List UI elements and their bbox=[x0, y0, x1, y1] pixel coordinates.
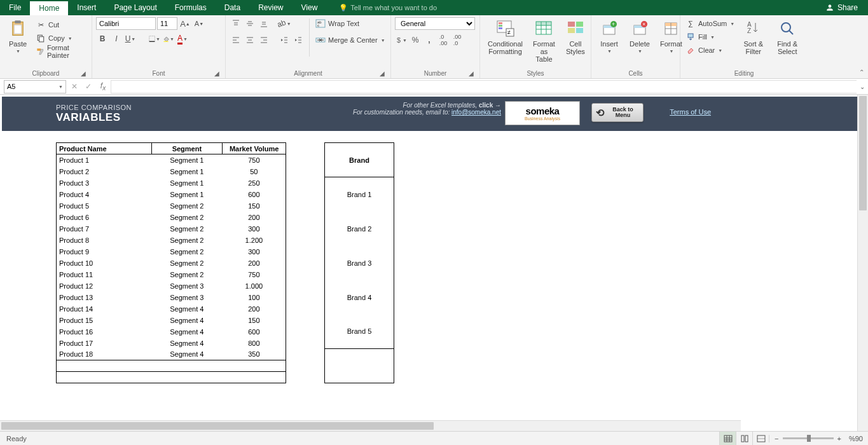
cell[interactable]: Segment 2 bbox=[151, 257, 223, 269]
clear-button[interactable]: Clear▼ bbox=[684, 44, 736, 57]
cell[interactable]: Segment 1 bbox=[151, 166, 223, 177]
terms-link[interactable]: Terms of Use bbox=[670, 108, 711, 116]
increase-indent-button[interactable] bbox=[292, 34, 305, 46]
table-row[interactable]: Product 16Segment 4600 bbox=[57, 326, 286, 338]
cell[interactable]: 300 bbox=[223, 246, 286, 257]
cell[interactable]: 300 bbox=[223, 223, 286, 235]
table-row[interactable]: Product 13Segment 3100 bbox=[57, 292, 286, 303]
format-painter-button[interactable]: Format Painter bbox=[34, 45, 88, 58]
cell[interactable]: Brand 4 bbox=[325, 280, 394, 315]
cut-button[interactable]: ✂Cut bbox=[34, 18, 88, 31]
cell[interactable]: Product 18 bbox=[57, 349, 152, 360]
page-layout-view-button[interactable] bbox=[736, 432, 752, 446]
cell[interactable]: 800 bbox=[223, 338, 286, 349]
email-link[interactable]: info@someka.net bbox=[451, 109, 501, 116]
table-row[interactable]: Product 3Segment 1250 bbox=[57, 177, 286, 189]
cell[interactable]: 350 bbox=[223, 349, 286, 360]
cell[interactable]: 100 bbox=[223, 292, 286, 303]
accounting-format-button[interactable]: $▼ bbox=[395, 34, 408, 46]
cell[interactable]: 600 bbox=[223, 326, 286, 338]
cell[interactable]: 50 bbox=[223, 166, 286, 177]
sort-filter-button[interactable]: AZSort & Filter bbox=[738, 17, 768, 57]
tab-review[interactable]: Review bbox=[249, 0, 292, 15]
table-row[interactable]: Product 18Segment 4350 bbox=[57, 349, 286, 360]
bold-button[interactable]: B bbox=[96, 32, 109, 45]
underline-button[interactable]: U▼ bbox=[124, 32, 137, 45]
delete-cells-button[interactable]: ×Delete▼ bbox=[626, 17, 654, 55]
cell[interactable]: Product 9 bbox=[57, 246, 152, 257]
scroll-thumb[interactable] bbox=[1, 422, 434, 430]
table-row[interactable]: Product 8Segment 21.200 bbox=[57, 235, 286, 246]
cell[interactable]: 200 bbox=[223, 212, 286, 223]
formula-input[interactable] bbox=[111, 80, 857, 93]
cell[interactable]: Segment 4 bbox=[151, 338, 223, 349]
decrease-decimal-button[interactable]: .00.0 bbox=[451, 34, 464, 46]
cell[interactable]: 750 bbox=[223, 154, 286, 166]
cell[interactable]: Product 6 bbox=[57, 212, 152, 223]
cell[interactable]: Product 14 bbox=[57, 303, 152, 315]
increase-decimal-button[interactable]: .0.00 bbox=[437, 34, 450, 46]
align-top-button[interactable] bbox=[230, 17, 242, 30]
zoom-out-button[interactable]: − bbox=[775, 435, 778, 442]
tell-me-search[interactable]: 💡 Tell me what you want to do bbox=[339, 0, 437, 15]
someka-logo[interactable]: someka Business Analysis bbox=[505, 101, 580, 125]
cell[interactable]: Product 16 bbox=[57, 326, 152, 338]
table-row[interactable]: Product 17Segment 4800 bbox=[57, 338, 286, 349]
insert-cells-button[interactable]: +Insert▼ bbox=[595, 17, 623, 55]
copy-button[interactable]: Copy▼ bbox=[34, 32, 88, 44]
dialog-launcher-icon[interactable]: ◢ bbox=[214, 70, 220, 76]
fill-color-button[interactable]: ▼ bbox=[162, 32, 175, 45]
paste-button[interactable]: Paste ▼ bbox=[4, 17, 32, 55]
cell[interactable]: Segment 3 bbox=[151, 280, 223, 292]
cell[interactable]: Brand 3 bbox=[325, 246, 394, 280]
number-format-select[interactable]: General bbox=[395, 17, 475, 30]
table-row[interactable]: Brand 2 bbox=[325, 212, 394, 246]
cell[interactable]: Segment 1 bbox=[151, 189, 223, 200]
cell[interactable]: Segment 4 bbox=[151, 303, 223, 315]
table-row[interactable]: Product 2Segment 150 bbox=[57, 166, 286, 177]
table-row[interactable]: Product 11Segment 2750 bbox=[57, 269, 286, 280]
zoom-value[interactable]: %90 bbox=[849, 435, 863, 442]
cell[interactable]: Segment 4 bbox=[151, 315, 223, 326]
align-bottom-button[interactable] bbox=[258, 17, 270, 30]
italic-button[interactable]: I bbox=[110, 32, 123, 45]
fx-button[interactable]: fx bbox=[95, 81, 111, 92]
cell[interactable]: Product 7 bbox=[57, 223, 152, 235]
normal-view-button[interactable] bbox=[719, 432, 736, 446]
dialog-launcher-icon[interactable]: ◢ bbox=[468, 70, 474, 76]
cell[interactable]: Segment 2 bbox=[151, 246, 223, 257]
cell[interactable]: Product 1 bbox=[57, 154, 152, 166]
table-row[interactable]: Product 9Segment 2300 bbox=[57, 246, 286, 257]
font-size-input[interactable] bbox=[157, 17, 177, 30]
orientation-button[interactable]: ab▼ bbox=[278, 17, 291, 30]
fill-button[interactable]: Fill▼ bbox=[684, 31, 736, 43]
autosum-button[interactable]: ∑AutoSum▼ bbox=[684, 17, 736, 30]
merge-center-button[interactable]: Merge & Center▼ bbox=[314, 34, 387, 46]
cell[interactable]: Product 5 bbox=[57, 200, 152, 212]
brands-table[interactable]: Brand Brand 1Brand 2Brand 3Brand 4Brand … bbox=[324, 142, 394, 383]
cell[interactable]: Segment 3 bbox=[151, 292, 223, 303]
decrease-font-button[interactable]: A▼ bbox=[193, 17, 205, 30]
cell[interactable]: 250 bbox=[223, 177, 286, 189]
products-table[interactable]: Product Name Segment Market Volume Produ… bbox=[56, 142, 286, 383]
table-row[interactable]: Brand 4 bbox=[325, 280, 394, 315]
cell[interactable]: Segment 1 bbox=[151, 177, 223, 189]
collapse-ribbon-button[interactable]: ⌃ bbox=[859, 69, 864, 76]
share-button[interactable]: Share bbox=[815, 3, 868, 12]
page-break-view-button[interactable] bbox=[752, 432, 769, 446]
dialog-launcher-icon[interactable]: ◢ bbox=[80, 70, 86, 76]
increase-font-button[interactable]: A▲ bbox=[179, 17, 191, 30]
tab-insert[interactable]: Insert bbox=[68, 0, 105, 15]
cell[interactable]: Segment 2 bbox=[151, 269, 223, 280]
dialog-launcher-icon[interactable]: ◢ bbox=[379, 70, 385, 76]
format-as-table-button[interactable]: Format as Table bbox=[529, 17, 559, 64]
cell[interactable]: Product 2 bbox=[57, 166, 152, 177]
tab-view[interactable]: View bbox=[293, 0, 327, 15]
cell[interactable]: 600 bbox=[223, 189, 286, 200]
zoom-slider[interactable] bbox=[783, 437, 834, 439]
cell[interactable]: Product 8 bbox=[57, 235, 152, 246]
name-box[interactable]: A5▼ bbox=[4, 80, 66, 93]
font-color-button[interactable]: A▼ bbox=[176, 32, 189, 45]
table-row[interactable]: Product 5Segment 2150 bbox=[57, 200, 286, 212]
align-right-button[interactable] bbox=[258, 34, 270, 46]
